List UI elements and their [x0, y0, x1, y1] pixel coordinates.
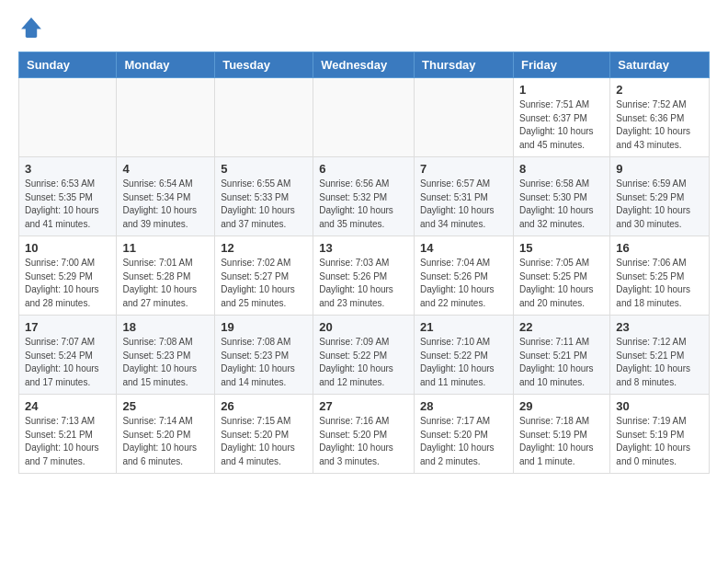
- day-info: Sunrise: 7:00 AM Sunset: 5:29 PM Dayligh…: [25, 257, 110, 310]
- calendar-week-row: 1Sunrise: 7:51 AM Sunset: 6:37 PM Daylig…: [19, 78, 710, 157]
- day-number: 28: [420, 399, 507, 413]
- calendar-cell: 18Sunrise: 7:08 AM Sunset: 5:23 PM Dayli…: [117, 316, 215, 395]
- calendar-cell: 5Sunrise: 6:55 AM Sunset: 5:33 PM Daylig…: [215, 157, 313, 236]
- day-info: Sunrise: 7:12 AM Sunset: 5:21 PM Dayligh…: [616, 336, 703, 389]
- day-number: 4: [122, 162, 209, 176]
- day-info: Sunrise: 7:08 AM Sunset: 5:23 PM Dayligh…: [221, 336, 307, 389]
- day-info: Sunrise: 7:07 AM Sunset: 5:24 PM Dayligh…: [25, 336, 110, 389]
- calendar-cell: 30Sunrise: 7:19 AM Sunset: 5:19 PM Dayli…: [610, 395, 710, 474]
- day-info: Sunrise: 7:03 AM Sunset: 5:26 PM Dayligh…: [319, 257, 408, 310]
- day-info: Sunrise: 7:06 AM Sunset: 5:25 PM Dayligh…: [616, 257, 703, 310]
- calendar-week-row: 3Sunrise: 6:53 AM Sunset: 5:35 PM Daylig…: [19, 157, 710, 236]
- logo: [18, 15, 48, 40]
- day-info: Sunrise: 7:18 AM Sunset: 5:19 PM Dayligh…: [519, 415, 604, 468]
- calendar-cell: [117, 78, 215, 157]
- day-info: Sunrise: 7:13 AM Sunset: 5:21 PM Dayligh…: [25, 415, 110, 468]
- calendar-cell: 4Sunrise: 6:54 AM Sunset: 5:34 PM Daylig…: [117, 157, 215, 236]
- day-info: Sunrise: 7:17 AM Sunset: 5:20 PM Dayligh…: [420, 415, 507, 468]
- day-info: Sunrise: 6:54 AM Sunset: 5:34 PM Dayligh…: [122, 178, 209, 231]
- day-number: 26: [221, 399, 307, 413]
- day-number: 8: [519, 162, 604, 176]
- calendar-header-row: SundayMondayTuesdayWednesdayThursdayFrid…: [19, 52, 710, 78]
- day-info: Sunrise: 7:09 AM Sunset: 5:22 PM Dayligh…: [319, 336, 408, 389]
- page: SundayMondayTuesdayWednesdayThursdayFrid…: [0, 0, 728, 492]
- day-info: Sunrise: 7:11 AM Sunset: 5:21 PM Dayligh…: [519, 336, 604, 389]
- calendar-cell: 1Sunrise: 7:51 AM Sunset: 6:37 PM Daylig…: [513, 78, 609, 157]
- calendar-cell: 3Sunrise: 6:53 AM Sunset: 5:35 PM Daylig…: [19, 157, 117, 236]
- day-number: 30: [616, 399, 703, 413]
- calendar-cell: 15Sunrise: 7:05 AM Sunset: 5:25 PM Dayli…: [513, 236, 609, 316]
- day-info: Sunrise: 7:51 AM Sunset: 6:37 PM Dayligh…: [519, 98, 604, 152]
- calendar-cell: 23Sunrise: 7:12 AM Sunset: 5:21 PM Dayli…: [610, 316, 710, 395]
- col-header-tuesday: Tuesday: [215, 52, 313, 78]
- day-number: 25: [122, 399, 209, 413]
- day-number: 13: [319, 241, 408, 255]
- day-number: 15: [519, 241, 604, 255]
- calendar-cell: 13Sunrise: 7:03 AM Sunset: 5:26 PM Dayli…: [313, 236, 415, 316]
- calendar-cell: 29Sunrise: 7:18 AM Sunset: 5:19 PM Dayli…: [513, 395, 609, 474]
- calendar-cell: [215, 78, 313, 157]
- header: [18, 15, 710, 40]
- day-number: 27: [319, 399, 408, 413]
- col-header-friday: Friday: [513, 52, 609, 78]
- day-number: 6: [319, 162, 408, 176]
- day-number: 16: [616, 241, 703, 255]
- calendar-cell: [415, 78, 514, 157]
- calendar-cell: 17Sunrise: 7:07 AM Sunset: 5:24 PM Dayli…: [19, 316, 117, 395]
- calendar-week-row: 24Sunrise: 7:13 AM Sunset: 5:21 PM Dayli…: [19, 395, 710, 474]
- calendar-cell: 14Sunrise: 7:04 AM Sunset: 5:26 PM Dayli…: [415, 236, 514, 316]
- col-header-monday: Monday: [117, 52, 215, 78]
- day-number: 18: [122, 320, 209, 334]
- col-header-sunday: Sunday: [19, 52, 117, 78]
- svg-rect-2: [26, 28, 37, 38]
- day-info: Sunrise: 7:10 AM Sunset: 5:22 PM Dayligh…: [420, 336, 507, 389]
- calendar-cell: 11Sunrise: 7:01 AM Sunset: 5:28 PM Dayli…: [117, 236, 215, 316]
- calendar-cell: 26Sunrise: 7:15 AM Sunset: 5:20 PM Dayli…: [215, 395, 313, 474]
- calendar-cell: [19, 78, 117, 157]
- day-number: 22: [519, 320, 604, 334]
- calendar-week-row: 17Sunrise: 7:07 AM Sunset: 5:24 PM Dayli…: [19, 316, 710, 395]
- day-number: 20: [319, 320, 408, 334]
- day-info: Sunrise: 7:04 AM Sunset: 5:26 PM Dayligh…: [420, 257, 507, 310]
- day-number: 7: [420, 162, 507, 176]
- calendar-cell: 28Sunrise: 7:17 AM Sunset: 5:20 PM Dayli…: [415, 395, 514, 474]
- day-number: 17: [25, 320, 110, 334]
- day-info: Sunrise: 6:56 AM Sunset: 5:32 PM Dayligh…: [319, 178, 408, 231]
- calendar-cell: 16Sunrise: 7:06 AM Sunset: 5:25 PM Dayli…: [610, 236, 710, 316]
- day-number: 10: [25, 241, 110, 255]
- day-info: Sunrise: 7:15 AM Sunset: 5:20 PM Dayligh…: [221, 415, 307, 468]
- day-number: 11: [122, 241, 209, 255]
- day-info: Sunrise: 7:05 AM Sunset: 5:25 PM Dayligh…: [519, 257, 604, 310]
- day-info: Sunrise: 6:55 AM Sunset: 5:33 PM Dayligh…: [221, 178, 307, 231]
- day-number: 1: [519, 83, 604, 97]
- calendar-cell: 21Sunrise: 7:10 AM Sunset: 5:22 PM Dayli…: [415, 316, 514, 395]
- day-number: 21: [420, 320, 507, 334]
- calendar-cell: 2Sunrise: 7:52 AM Sunset: 6:36 PM Daylig…: [610, 78, 710, 157]
- calendar-cell: 7Sunrise: 6:57 AM Sunset: 5:31 PM Daylig…: [415, 157, 514, 236]
- day-number: 9: [616, 162, 703, 176]
- day-number: 23: [616, 320, 703, 334]
- day-info: Sunrise: 6:53 AM Sunset: 5:35 PM Dayligh…: [25, 178, 110, 231]
- day-info: Sunrise: 7:19 AM Sunset: 5:19 PM Dayligh…: [616, 415, 703, 468]
- calendar-cell: 22Sunrise: 7:11 AM Sunset: 5:21 PM Dayli…: [513, 316, 609, 395]
- col-header-saturday: Saturday: [610, 52, 710, 78]
- calendar-cell: 10Sunrise: 7:00 AM Sunset: 5:29 PM Dayli…: [19, 236, 117, 316]
- calendar-cell: [313, 78, 415, 157]
- day-info: Sunrise: 7:01 AM Sunset: 5:28 PM Dayligh…: [122, 257, 209, 310]
- calendar-cell: 24Sunrise: 7:13 AM Sunset: 5:21 PM Dayli…: [19, 395, 117, 474]
- day-number: 19: [221, 320, 307, 334]
- day-info: Sunrise: 6:58 AM Sunset: 5:30 PM Dayligh…: [519, 178, 604, 231]
- day-number: 2: [616, 83, 703, 97]
- day-info: Sunrise: 7:02 AM Sunset: 5:27 PM Dayligh…: [221, 257, 307, 310]
- day-number: 14: [420, 241, 507, 255]
- day-info: Sunrise: 7:16 AM Sunset: 5:20 PM Dayligh…: [319, 415, 408, 468]
- day-number: 5: [221, 162, 307, 176]
- calendar-cell: 8Sunrise: 6:58 AM Sunset: 5:30 PM Daylig…: [513, 157, 609, 236]
- calendar-cell: 9Sunrise: 6:59 AM Sunset: 5:29 PM Daylig…: [610, 157, 710, 236]
- calendar-cell: 27Sunrise: 7:16 AM Sunset: 5:20 PM Dayli…: [313, 395, 415, 474]
- calendar-cell: 12Sunrise: 7:02 AM Sunset: 5:27 PM Dayli…: [215, 236, 313, 316]
- calendar-cell: 6Sunrise: 6:56 AM Sunset: 5:32 PM Daylig…: [313, 157, 415, 236]
- day-number: 12: [221, 241, 307, 255]
- calendar-cell: 20Sunrise: 7:09 AM Sunset: 5:22 PM Dayli…: [313, 316, 415, 395]
- day-info: Sunrise: 6:57 AM Sunset: 5:31 PM Dayligh…: [420, 178, 507, 231]
